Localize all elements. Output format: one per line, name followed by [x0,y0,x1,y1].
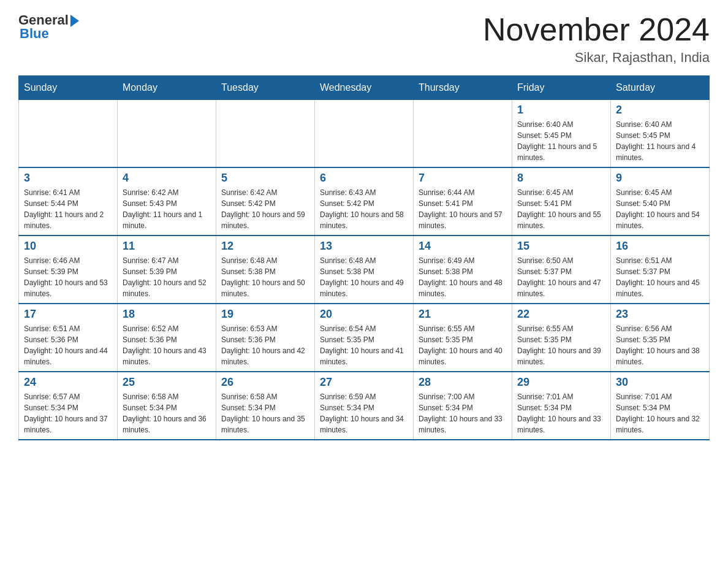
calendar-cell: 21Sunrise: 6:55 AM Sunset: 5:35 PM Dayli… [414,304,512,372]
calendar-cell [216,100,315,168]
day-number: 2 [616,104,704,117]
calendar-cell: 2Sunrise: 6:40 AM Sunset: 5:45 PM Daylig… [611,100,710,168]
calendar-cell [414,100,512,168]
day-info: Sunrise: 7:01 AM Sunset: 5:34 PM Dayligh… [517,391,605,435]
day-info: Sunrise: 6:45 AM Sunset: 5:41 PM Dayligh… [517,187,605,231]
day-number: 12 [221,240,309,253]
calendar-cell: 26Sunrise: 6:58 AM Sunset: 5:34 PM Dayli… [216,372,315,440]
day-info: Sunrise: 6:41 AM Sunset: 5:44 PM Dayligh… [24,187,112,231]
day-number: 20 [320,308,408,321]
location-title: Sikar, Rajasthan, India [483,50,710,66]
calendar-cell: 5Sunrise: 6:42 AM Sunset: 5:42 PM Daylig… [216,167,315,236]
day-number: 25 [123,376,211,389]
calendar-cell: 13Sunrise: 6:48 AM Sunset: 5:38 PM Dayli… [315,236,414,304]
day-info: Sunrise: 6:51 AM Sunset: 5:36 PM Dayligh… [24,323,112,367]
day-number: 5 [221,172,309,185]
day-number: 14 [419,240,507,253]
calendar-cell: 23Sunrise: 6:56 AM Sunset: 5:35 PM Dayli… [611,304,710,372]
calendar-cell: 16Sunrise: 6:51 AM Sunset: 5:37 PM Dayli… [611,236,710,304]
calendar-cell: 4Sunrise: 6:42 AM Sunset: 5:43 PM Daylig… [118,167,216,236]
day-number: 8 [517,172,605,185]
calendar-week-row-3: 10Sunrise: 6:46 AM Sunset: 5:39 PM Dayli… [19,236,710,304]
calendar-cell: 14Sunrise: 6:49 AM Sunset: 5:38 PM Dayli… [414,236,512,304]
month-title: November 2024 [483,12,710,47]
calendar-cell: 19Sunrise: 6:53 AM Sunset: 5:36 PM Dayli… [216,304,315,372]
day-info: Sunrise: 6:55 AM Sunset: 5:35 PM Dayligh… [517,323,605,367]
day-number: 21 [419,308,507,321]
day-info: Sunrise: 6:50 AM Sunset: 5:37 PM Dayligh… [517,255,605,299]
day-number: 15 [517,240,605,253]
day-number: 9 [616,172,704,185]
weekday-header-row: SundayMondayTuesdayWednesdayThursdayFrid… [19,76,710,100]
logo-blue-text: Blue [20,26,49,42]
calendar-cell: 27Sunrise: 6:59 AM Sunset: 5:34 PM Dayli… [315,372,414,440]
calendar-week-row-4: 17Sunrise: 6:51 AM Sunset: 5:36 PM Dayli… [19,304,710,372]
day-info: Sunrise: 6:42 AM Sunset: 5:42 PM Dayligh… [221,187,309,231]
calendar-cell [315,100,414,168]
day-number: 13 [320,240,408,253]
calendar-cell: 10Sunrise: 6:46 AM Sunset: 5:39 PM Dayli… [19,236,118,304]
day-info: Sunrise: 6:47 AM Sunset: 5:39 PM Dayligh… [123,255,211,299]
day-info: Sunrise: 6:45 AM Sunset: 5:40 PM Dayligh… [616,187,704,231]
calendar-cell: 12Sunrise: 6:48 AM Sunset: 5:38 PM Dayli… [216,236,315,304]
day-info: Sunrise: 6:59 AM Sunset: 5:34 PM Dayligh… [320,391,408,435]
day-number: 16 [616,240,704,253]
calendar-cell: 17Sunrise: 6:51 AM Sunset: 5:36 PM Dayli… [19,304,118,372]
calendar-cell: 22Sunrise: 6:55 AM Sunset: 5:35 PM Dayli… [512,304,611,372]
day-info: Sunrise: 6:53 AM Sunset: 5:36 PM Dayligh… [221,323,309,367]
day-info: Sunrise: 6:44 AM Sunset: 5:41 PM Dayligh… [419,187,507,231]
day-number: 1 [517,104,605,117]
day-number: 23 [616,308,704,321]
day-number: 27 [320,376,408,389]
day-number: 22 [517,308,605,321]
calendar-table: SundayMondayTuesdayWednesdayThursdayFrid… [18,75,710,440]
day-number: 29 [517,376,605,389]
day-info: Sunrise: 6:55 AM Sunset: 5:35 PM Dayligh… [419,323,507,367]
day-number: 24 [24,376,112,389]
calendar-cell: 30Sunrise: 7:01 AM Sunset: 5:34 PM Dayli… [611,372,710,440]
calendar-cell: 20Sunrise: 6:54 AM Sunset: 5:35 PM Dayli… [315,304,414,372]
weekday-header-monday: Monday [118,76,216,100]
calendar-cell: 3Sunrise: 6:41 AM Sunset: 5:44 PM Daylig… [19,167,118,236]
day-number: 26 [221,376,309,389]
day-info: Sunrise: 6:49 AM Sunset: 5:38 PM Dayligh… [419,255,507,299]
day-info: Sunrise: 6:58 AM Sunset: 5:34 PM Dayligh… [123,391,211,435]
weekday-header-sunday: Sunday [19,76,118,100]
calendar-cell: 24Sunrise: 6:57 AM Sunset: 5:34 PM Dayli… [19,372,118,440]
day-number: 17 [24,308,112,321]
day-info: Sunrise: 6:52 AM Sunset: 5:36 PM Dayligh… [123,323,211,367]
calendar-cell: 25Sunrise: 6:58 AM Sunset: 5:34 PM Dayli… [118,372,216,440]
day-number: 6 [320,172,408,185]
day-info: Sunrise: 6:57 AM Sunset: 5:34 PM Dayligh… [24,391,112,435]
day-info: Sunrise: 6:40 AM Sunset: 5:45 PM Dayligh… [616,119,704,163]
calendar-cell: 8Sunrise: 6:45 AM Sunset: 5:41 PM Daylig… [512,167,611,236]
calendar-cell: 11Sunrise: 6:47 AM Sunset: 5:39 PM Dayli… [118,236,216,304]
weekday-header-saturday: Saturday [611,76,710,100]
day-number: 18 [123,308,211,321]
weekday-header-tuesday: Tuesday [216,76,315,100]
calendar-cell: 7Sunrise: 6:44 AM Sunset: 5:41 PM Daylig… [414,167,512,236]
day-info: Sunrise: 7:01 AM Sunset: 5:34 PM Dayligh… [616,391,704,435]
day-info: Sunrise: 6:51 AM Sunset: 5:37 PM Dayligh… [616,255,704,299]
title-section: November 2024 Sikar, Rajasthan, India [483,12,710,66]
calendar-cell: 15Sunrise: 6:50 AM Sunset: 5:37 PM Dayli… [512,236,611,304]
day-number: 10 [24,240,112,253]
day-info: Sunrise: 6:46 AM Sunset: 5:39 PM Dayligh… [24,255,112,299]
calendar-week-row-2: 3Sunrise: 6:41 AM Sunset: 5:44 PM Daylig… [19,167,710,236]
calendar-cell: 1Sunrise: 6:40 AM Sunset: 5:45 PM Daylig… [512,100,611,168]
calendar-week-row-1: 1Sunrise: 6:40 AM Sunset: 5:45 PM Daylig… [19,100,710,168]
day-info: Sunrise: 6:54 AM Sunset: 5:35 PM Dayligh… [320,323,408,367]
day-info: Sunrise: 6:42 AM Sunset: 5:43 PM Dayligh… [123,187,211,231]
day-info: Sunrise: 6:48 AM Sunset: 5:38 PM Dayligh… [320,255,408,299]
calendar-cell: 6Sunrise: 6:43 AM Sunset: 5:42 PM Daylig… [315,167,414,236]
calendar-cell: 28Sunrise: 7:00 AM Sunset: 5:34 PM Dayli… [414,372,512,440]
day-info: Sunrise: 7:00 AM Sunset: 5:34 PM Dayligh… [419,391,507,435]
calendar-cell: 18Sunrise: 6:52 AM Sunset: 5:36 PM Dayli… [118,304,216,372]
weekday-header-thursday: Thursday [414,76,512,100]
day-number: 19 [221,308,309,321]
day-number: 11 [123,240,211,253]
weekday-header-friday: Friday [512,76,611,100]
day-info: Sunrise: 6:48 AM Sunset: 5:38 PM Dayligh… [221,255,309,299]
day-number: 3 [24,172,112,185]
day-info: Sunrise: 6:43 AM Sunset: 5:42 PM Dayligh… [320,187,408,231]
